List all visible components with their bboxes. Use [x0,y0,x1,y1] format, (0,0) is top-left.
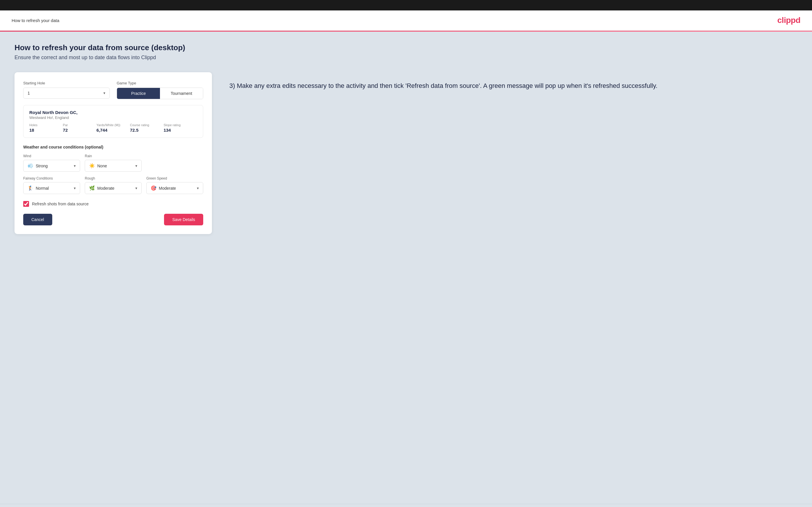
wind-select[interactable]: 💨 Strong ▼ [23,160,80,172]
course-rating-value: 72.5 [130,128,139,132]
form-card: Starting Hole 1 ▼ Game Type Practice Tou… [14,72,212,234]
page-subheading: Ensure the correct and most up to date d… [14,55,798,61]
wind-icon: 💨 [28,163,33,169]
content-row: Starting Hole 1 ▼ Game Type Practice Tou… [14,72,798,234]
rough-select[interactable]: 🌿 Moderate ▼ [85,182,142,194]
rain-select[interactable]: ☀️ None ▼ [85,160,142,172]
practice-button[interactable]: Practice [117,88,160,99]
stat-par: Par 72 [63,123,97,133]
par-label: Par [63,123,97,127]
empty-condition [146,154,203,172]
green-speed-label: Green Speed [146,176,203,180]
par-value: 72 [63,128,68,132]
chevron-down-icon: ▼ [135,186,138,190]
header: How to refresh your data clippd [0,10,812,31]
starting-hole-group: Starting Hole 1 ▼ [23,81,110,99]
game-type-toggle: Practice Tournament [117,88,203,99]
green-speed-select[interactable]: 🎯 Moderate ▼ [146,182,203,194]
holes-value: 18 [29,128,34,132]
chevron-down-icon: ▼ [73,164,77,168]
side-text: 3) Make any extra edits necessary to the… [230,72,798,91]
yards-label: Yards/White (M)) [96,123,130,127]
instruction-text: 3) Make any extra edits necessary to the… [230,81,798,91]
wind-label: Wind [23,154,80,158]
footer: Copyright Clippd 2022 [0,504,812,507]
top-bar [0,0,812,10]
fairway-icon: 🏌️ [28,185,33,191]
rough-group: Rough 🌿 Moderate ▼ [85,176,142,194]
page-heading: How to refresh your data from source (de… [14,43,798,52]
refresh-checkbox[interactable] [23,201,29,207]
starting-hole-select[interactable]: 1 ▼ [23,88,110,99]
course-location: Westward Ho!, England [29,115,197,120]
logo: clippd [777,16,800,25]
wind-value: Strong [36,164,76,168]
form-row-top: Starting Hole 1 ▼ Game Type Practice Tou… [23,81,203,99]
green-speed-icon: 🎯 [151,185,156,191]
wind-group: Wind 💨 Strong ▼ [23,154,80,172]
button-row: Cancel Save Details [23,214,203,225]
chevron-down-icon: ▼ [196,186,199,190]
rain-icon: ☀️ [89,163,95,169]
starting-hole-value: 1 [28,91,105,96]
conditions-title: Weather and course conditions (optional) [23,145,203,149]
green-speed-value: Moderate [159,186,199,190]
fairway-label: Fairway Conditions [23,176,80,180]
cancel-button[interactable]: Cancel [23,214,52,225]
tournament-button[interactable]: Tournament [160,88,203,99]
fairway-select[interactable]: 🏌️ Normal ▼ [23,182,80,194]
rain-label: Rain [85,154,142,158]
chevron-down-icon: ▼ [73,186,77,190]
fairway-group: Fairway Conditions 🏌️ Normal ▼ [23,176,80,194]
stat-yards: Yards/White (M)) 6,744 [96,123,130,133]
conditions-row-1: Wind 💨 Strong ▼ Rain ☀️ None ▼ [23,154,203,172]
save-button[interactable]: Save Details [164,214,203,225]
course-name: Royal North Devon GC, [29,110,197,115]
course-stats: Holes 18 Par 72 Yards/White (M)) 6,744 C… [29,123,197,133]
starting-hole-label: Starting Hole [23,81,110,85]
chevron-down-icon: ▼ [103,91,106,95]
stat-course-rating: Course rating 72.5 [130,123,164,133]
refresh-label: Refresh shots from data source [32,202,89,206]
main-content: How to refresh your data from source (de… [0,32,812,504]
holes-label: Holes [29,123,63,127]
rough-icon: 🌿 [89,185,95,191]
course-rating-label: Course rating [130,123,164,127]
game-type-group: Game Type Practice Tournament [117,81,203,99]
rain-value: None [97,164,137,168]
conditions-row-2: Fairway Conditions 🏌️ Normal ▼ Rough 🌿 M… [23,176,203,194]
fairway-value: Normal [36,186,76,190]
slope-rating-label: Slope rating [163,123,197,127]
stat-holes: Holes 18 [29,123,63,133]
yards-value: 6,744 [96,128,107,132]
slope-rating-value: 134 [163,128,171,132]
rough-value: Moderate [97,186,137,190]
stat-slope-rating: Slope rating 134 [163,123,197,133]
game-type-label: Game Type [117,81,203,85]
header-title: How to refresh your data [12,18,59,23]
chevron-down-icon: ▼ [135,164,138,168]
rough-label: Rough [85,176,142,180]
course-card: Royal North Devon GC, Westward Ho!, Engl… [23,105,203,138]
rain-group: Rain ☀️ None ▼ [85,154,142,172]
refresh-checkbox-row: Refresh shots from data source [23,201,203,207]
green-speed-group: Green Speed 🎯 Moderate ▼ [146,176,203,194]
